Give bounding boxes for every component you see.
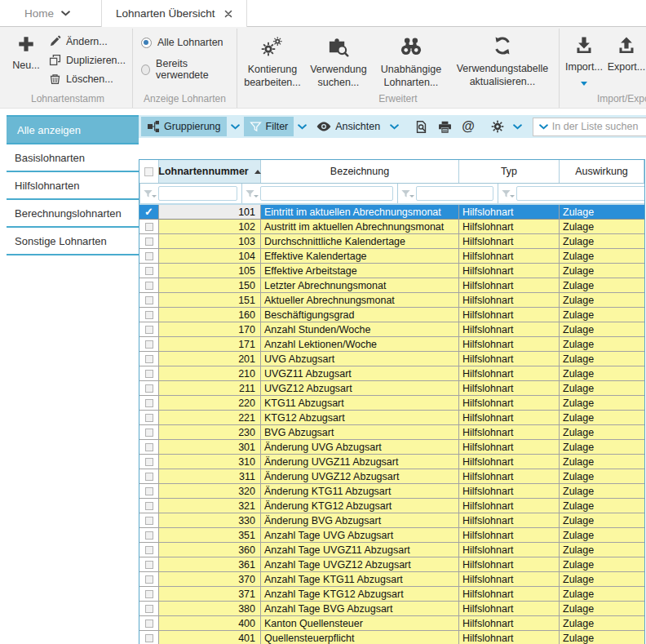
checkbox-icon[interactable] xyxy=(145,267,153,275)
cell-auswirkung[interactable]: Zulage xyxy=(560,425,644,440)
cell-auswirkung[interactable]: Zulage xyxy=(560,220,644,234)
row-select-cell[interactable] xyxy=(139,308,159,322)
checkbox-icon[interactable] xyxy=(145,487,153,495)
tab-home[interactable]: Home xyxy=(13,0,82,26)
table-row[interactable]: 330 Änderung BVG Abzugsart Hilfslohnart … xyxy=(139,513,644,528)
row-select-cell[interactable] xyxy=(139,602,159,616)
cell-bezeichnung[interactable]: KTG11 Abzugsart xyxy=(261,396,459,411)
checkbox-icon[interactable] xyxy=(145,429,153,437)
checkbox-icon[interactable] xyxy=(145,399,153,407)
cell-typ[interactable]: Hilfslohnart xyxy=(459,205,560,220)
checkbox-icon[interactable] xyxy=(145,282,153,290)
cell-auswirkung[interactable]: Zulage xyxy=(560,557,644,572)
column-header-typ[interactable]: Typ xyxy=(459,160,560,183)
cell-bezeichnung[interactable]: Änderung BVG Abzugsart xyxy=(261,513,459,528)
cell-typ[interactable]: Hilfslohnart xyxy=(459,366,560,381)
chevron-down-icon[interactable] xyxy=(539,124,548,130)
table-row[interactable]: 360 Anzahl Tage UVGZ11 Abzugsart Hilfslo… xyxy=(139,543,644,557)
import-button[interactable]: Import... xyxy=(563,29,605,87)
cell-auswirkung[interactable]: Zulage xyxy=(560,572,644,587)
row-select-cell[interactable] xyxy=(139,455,159,469)
checkbox-icon[interactable] xyxy=(145,531,153,540)
cell-auswirkung[interactable]: Zulage xyxy=(560,499,644,513)
sidebar-item[interactable]: Sonstige Lohnarten xyxy=(7,228,139,255)
cell-bezeichnung[interactable]: Effektive Arbeitstage xyxy=(261,264,459,278)
cell-typ[interactable]: Hilfslohnart xyxy=(459,264,560,278)
gruppierung-button[interactable]: Gruppierung xyxy=(141,117,227,136)
table-row[interactable]: 171 Anzahl Lektionen/Woche Hilfslohnart … xyxy=(139,337,644,352)
row-select-cell[interactable] xyxy=(139,572,159,587)
column-header-lohnartennummer[interactable]: Lohnartennummer xyxy=(159,160,261,183)
cell-auswirkung[interactable]: Zulage xyxy=(560,337,644,352)
table-row[interactable]: 380 Anzahl Tage BVG Abzugsart Hilfslohna… xyxy=(139,602,644,616)
sidebar-item[interactable]: Berechnungslohnarten xyxy=(7,200,139,228)
row-select-cell[interactable] xyxy=(139,264,159,278)
cell-lohnartennummer[interactable]: 150 xyxy=(159,278,261,293)
checkbox-icon[interactable] xyxy=(145,502,153,510)
row-select-cell[interactable] xyxy=(139,499,159,513)
cell-auswirkung[interactable]: Zulage xyxy=(560,234,644,249)
cell-lohnartennummer[interactable]: 103 xyxy=(159,234,261,249)
cell-auswirkung[interactable]: Zulage xyxy=(560,396,644,411)
row-select-cell[interactable] xyxy=(139,425,159,440)
cell-auswirkung[interactable]: Zulage xyxy=(560,440,644,455)
checkbox-icon[interactable] xyxy=(144,207,153,218)
checkbox-icon[interactable] xyxy=(145,590,153,598)
cell-typ[interactable]: Hilfslohnart xyxy=(459,513,560,528)
neu-button[interactable]: Neu... xyxy=(7,29,46,73)
duplizieren-button[interactable]: Duplizieren... xyxy=(46,51,129,69)
cell-typ[interactable]: Hilfslohnart xyxy=(459,528,560,543)
row-select-cell[interactable] xyxy=(139,322,159,337)
checkbox-icon[interactable] xyxy=(145,238,153,246)
cell-bezeichnung[interactable]: KTG12 Abzugsart xyxy=(261,411,459,425)
cell-typ[interactable]: Hilfslohnart xyxy=(459,411,560,425)
table-row[interactable]: 104 Effektive Kalendertage Hilfslohnart … xyxy=(139,249,644,264)
table-row[interactable]: 320 Änderung KTG11 Abzugsart Hilfslohnar… xyxy=(139,484,644,499)
cell-bezeichnung[interactable]: Effektive Kalendertage xyxy=(261,249,459,264)
row-select-cell[interactable] xyxy=(139,337,159,352)
cell-bezeichnung[interactable]: Anzahl Tage KTG11 Abzugsart xyxy=(261,572,459,587)
row-select-cell[interactable] xyxy=(139,293,159,308)
cell-lohnartennummer[interactable]: 360 xyxy=(159,543,261,557)
search-input[interactable] xyxy=(552,121,646,132)
cell-lohnartennummer[interactable]: 301 xyxy=(159,440,261,455)
table-row[interactable]: 150 Letzter Abrechnungsmonat Hilfslohnar… xyxy=(139,278,644,293)
table-row[interactable]: 311 Änderung UVGZ12 Abzugsart Hilfslohna… xyxy=(139,469,644,484)
row-select-cell[interactable] xyxy=(139,557,159,572)
cell-lohnartennummer[interactable]: 330 xyxy=(159,513,261,528)
table-row[interactable]: 201 UVG Abzugsart Hilfslohnart Zulage xyxy=(139,352,644,366)
tab-lohnarten-uebersicht[interactable]: Lohnarten Übersicht xyxy=(101,0,247,27)
cell-bezeichnung[interactable]: Eintritt im aktuellen Abrechnungsmonat xyxy=(261,205,459,220)
table-row[interactable]: 221 KTG12 Abzugsart Hilfslohnart Zulage xyxy=(139,411,644,425)
table-row[interactable]: 310 Änderung UVGZ11 Abzugsart Hilfslohna… xyxy=(139,455,644,469)
cell-bezeichnung[interactable]: UVGZ12 Abzugsart xyxy=(261,381,459,396)
table-row[interactable]: 371 Anzahl Tage KTG12 Abzugsart Hilfsloh… xyxy=(139,587,644,602)
table-row[interactable]: 301 Änderung UVG Abzugsart Hilfslohnart … xyxy=(139,440,644,455)
cell-typ[interactable]: Hilfslohnart xyxy=(459,322,560,337)
cell-bezeichnung[interactable]: Änderung KTG12 Abzugsart xyxy=(261,499,459,513)
row-select-cell[interactable] xyxy=(139,366,159,381)
cell-lohnartennummer[interactable]: 201 xyxy=(159,352,261,366)
cell-bezeichnung[interactable]: UVGZ11 Abzugsart xyxy=(261,366,459,381)
cell-auswirkung[interactable]: Zulage xyxy=(560,205,644,220)
verwendungstabelle-aktualisieren-button[interactable]: Verwendungstabelle aktualisieren... xyxy=(449,29,555,91)
ansichten-dropdown[interactable] xyxy=(386,124,403,130)
checkbox-icon[interactable] xyxy=(145,517,153,525)
cell-lohnartennummer[interactable]: 311 xyxy=(159,469,261,484)
cell-lohnartennummer[interactable]: 102 xyxy=(159,220,261,234)
checkbox-icon[interactable] xyxy=(145,443,153,451)
table-row[interactable]: 102 Austritt im aktuellen Abrechnungsmon… xyxy=(139,220,644,234)
table-row[interactable]: 210 UVGZ11 Abzugsart Hilfslohnart Zulage xyxy=(139,366,644,381)
checkbox-icon[interactable] xyxy=(145,414,153,422)
cell-typ[interactable]: Hilfslohnart xyxy=(459,396,560,411)
cell-typ[interactable]: Hilfslohnart xyxy=(459,602,560,616)
radio-bereits-verwendete[interactable]: Bereits verwendete xyxy=(136,53,233,86)
cell-bezeichnung[interactable]: Durchschnittliche Kalendertage xyxy=(261,234,459,249)
cell-typ[interactable]: Hilfslohnart xyxy=(459,337,560,352)
cell-bezeichnung[interactable]: Anzahl Tage KTG12 Abzugsart xyxy=(261,587,459,602)
cell-auswirkung[interactable]: Zulage xyxy=(560,528,644,543)
checkbox-icon[interactable] xyxy=(145,458,153,466)
checkbox-icon[interactable] xyxy=(145,311,153,319)
table-row[interactable]: 160 Beschäftigungsgrad Hilfslohnart Zula… xyxy=(139,308,644,322)
cell-typ[interactable]: Hilfslohnart xyxy=(459,557,560,572)
